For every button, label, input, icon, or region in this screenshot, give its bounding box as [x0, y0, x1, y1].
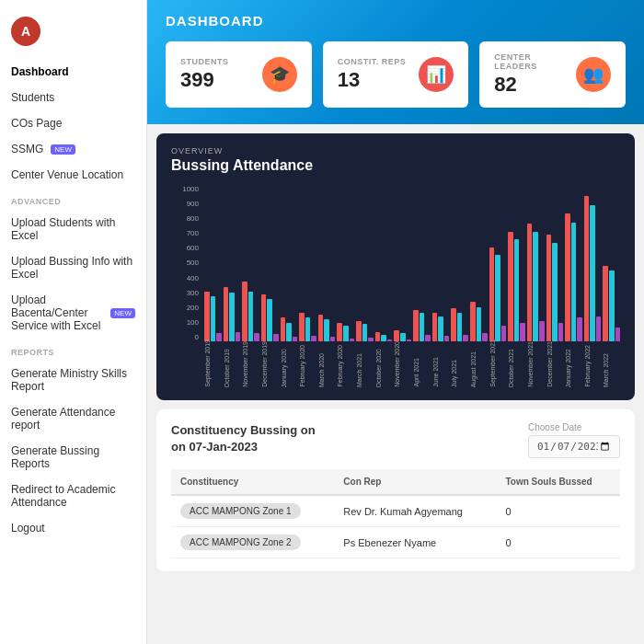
- stat-icon-2: 👥: [576, 57, 611, 92]
- bar: [590, 205, 595, 341]
- y-label: 500: [187, 259, 199, 267]
- badge-new: NEW: [51, 144, 75, 155]
- advanced-nav: Upload Students with ExcelUpload Bussing…: [0, 210, 146, 339]
- x-label: December 2021: [546, 341, 564, 387]
- reports-nav: Generate Ministry Skills ReportGenerate …: [0, 361, 146, 541]
- bar-group: [375, 332, 393, 341]
- y-axis: 10009008007006005004003002001000: [171, 185, 202, 341]
- y-label: 400: [187, 274, 199, 282]
- bar: [299, 313, 305, 341]
- bar: [337, 323, 342, 341]
- bar: [451, 308, 456, 341]
- stat-label-0: STUDENTS: [180, 57, 229, 66]
- bar: [356, 321, 362, 341]
- stat-icon-1: 📊: [419, 57, 454, 92]
- x-label: August 2021: [470, 351, 488, 387]
- bar: [603, 266, 608, 341]
- bar-group: [204, 292, 222, 341]
- bar-group: [451, 308, 468, 341]
- bar: [324, 319, 329, 341]
- bar: [533, 232, 538, 341]
- bar: [463, 335, 468, 341]
- bar: [281, 317, 286, 341]
- bar: [615, 328, 621, 341]
- table-col-header: Con Rep: [334, 469, 496, 495]
- rep-cell: Ps Ebenezer Nyame: [334, 527, 496, 558]
- bar: [609, 270, 615, 341]
- bar: [514, 239, 520, 341]
- stat-info-0: STUDENTS 399: [180, 57, 229, 92]
- constituency-table-section: Constituency Bussing onon 07-Jan-2023 Ch…: [156, 409, 635, 571]
- sidebar-item-upload-bussing[interactable]: Upload Bussing Info with Excel: [0, 248, 146, 287]
- sidebar-logo: A: [0, 9, 146, 59]
- bar: [381, 335, 386, 341]
- bar: [425, 335, 431, 341]
- bar: [229, 293, 235, 341]
- stat-value-2: 82: [494, 73, 576, 97]
- bar: [400, 333, 406, 341]
- bar: [224, 287, 229, 341]
- y-label: 900: [187, 200, 199, 208]
- stats-row: STUDENTS 399 🎓 CONSTIT. REPS 13 📊 CENTER…: [166, 41, 626, 108]
- sidebar-item-cos-page[interactable]: COs Page: [0, 110, 146, 136]
- stat-card-1: CONSTIT. REPS 13 📊: [323, 41, 469, 108]
- stat-info-2: CENTER LEADERS 82: [494, 52, 576, 97]
- bar-group: [546, 235, 564, 341]
- logo-icon: A: [11, 17, 40, 46]
- sidebar-item-upload-students[interactable]: Upload Students with Excel: [0, 210, 146, 248]
- rep-cell: Rev Dr. Kumah Agyemang: [334, 495, 496, 527]
- bar: [520, 323, 525, 341]
- sidebar-item-students[interactable]: Students: [0, 85, 146, 110]
- chart-overview-label: OVERVIEW: [171, 146, 620, 155]
- x-label: February 2020: [337, 345, 354, 387]
- stat-card-0: STUDENTS 399 🎓: [166, 41, 312, 108]
- sidebar-item-gen-bussing[interactable]: Generate Bussing Reports: [0, 438, 146, 477]
- sidebar-item-logout[interactable]: Logout: [0, 515, 146, 541]
- x-label: January 2022: [565, 349, 582, 387]
- bar: [539, 321, 545, 341]
- table-col-header: Town Souls Bussed: [496, 469, 620, 495]
- bar-group: [299, 313, 316, 341]
- bar: [211, 296, 216, 341]
- x-label: June 2021: [432, 357, 450, 387]
- sidebar-item-gen-ministry[interactable]: Generate Ministry Skills Report: [0, 361, 146, 399]
- x-label: October 2019: [224, 349, 241, 387]
- sidebar-item-gen-attendance[interactable]: Generate Attendance report: [0, 399, 146, 438]
- stat-card-2: CENTER LEADERS 82 👥: [479, 41, 626, 108]
- bar-group: [242, 282, 259, 341]
- badge-new: NEW: [110, 308, 135, 318]
- bar-group: [603, 266, 620, 341]
- chart-title: Bussing Attendance: [171, 157, 620, 174]
- bar-group: [281, 317, 298, 341]
- chart-container: OVERVIEW Bussing Attendance 100090080070…: [156, 133, 635, 400]
- bar: [558, 323, 564, 341]
- stat-label-1: CONSTIT. REPS: [338, 57, 407, 66]
- y-label: 200: [187, 304, 199, 312]
- sidebar-item-redirect-academic[interactable]: Redirect to Academic Attendance: [0, 477, 146, 515]
- bar: [305, 317, 311, 341]
- bar: [254, 333, 259, 341]
- y-label: 100: [187, 318, 199, 327]
- bar: [236, 332, 241, 341]
- stat-value-0: 399: [180, 68, 229, 92]
- bar: [482, 333, 488, 341]
- sidebar-item-center-venue[interactable]: Center Venue Location: [0, 162, 146, 188]
- main-header: DASHBOARD STUDENTS 399 🎓 CONSTIT. REPS 1…: [147, 0, 644, 124]
- x-label: September 2019: [204, 339, 222, 387]
- souls-cell: 0: [496, 527, 620, 558]
- table-header-row: Constituency Bussing onon 07-Jan-2023 Ch…: [171, 422, 620, 458]
- date-input[interactable]: [528, 435, 620, 458]
- bar-group: [508, 232, 525, 341]
- bar: [273, 334, 279, 341]
- y-label: 300: [187, 289, 199, 297]
- bar-group: [565, 213, 582, 341]
- x-axis-labels: September 2019October 2019November 2019D…: [204, 341, 620, 387]
- bar: [571, 223, 577, 341]
- bar: [477, 307, 482, 341]
- sidebar-item-dashboard[interactable]: Dashboard: [0, 59, 146, 85]
- bar: [267, 299, 272, 341]
- sidebar-item-ssmg[interactable]: SSMGNEW: [0, 136, 146, 162]
- page-title: DASHBOARD: [166, 13, 626, 29]
- x-label: November 2021: [527, 341, 545, 387]
- sidebar-item-upload-bacenta[interactable]: Upload Bacenta/Center Service with Excel…: [0, 287, 146, 339]
